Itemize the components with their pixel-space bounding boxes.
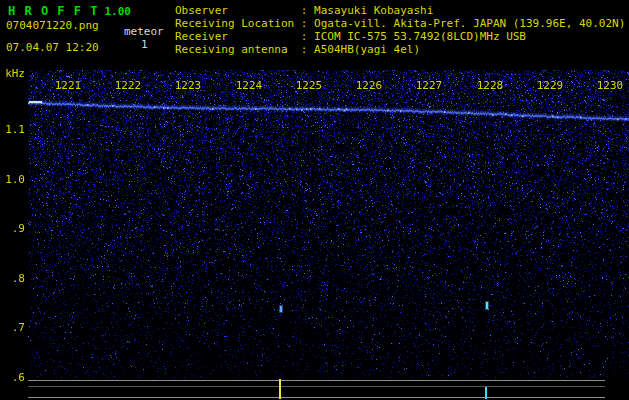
mode-label: meteor — [124, 26, 164, 38]
freq-tick: .7 — [0, 321, 26, 334]
info-row-observer: Observer : Masayuki Kobayashi — [175, 4, 625, 17]
freq-unit-label: kHz — [0, 67, 26, 80]
level-spike — [279, 379, 281, 399]
info-row-receiver: Receiver : ICOM IC-575 53.7492(8LCD)MHz … — [175, 30, 625, 43]
level-strip — [0, 378, 629, 400]
freq-axis: kHz 1.1 1.0 .9 .8 .7 .6 — [0, 0, 27, 400]
freq-tick: .9 — [0, 222, 26, 235]
info-row-antenna: Receiving antenna : A504HB(yagi 4el) — [175, 43, 625, 56]
freq-tick: .8 — [0, 272, 26, 285]
title-bar: H R O F F T1.00 — [8, 4, 131, 18]
hrofft-screen: H R O F F T1.00 0704071220.png meteor 1 … — [0, 0, 629, 400]
capture-datetime: 07.04.07 12:20 — [6, 42, 99, 54]
level-spike — [485, 387, 487, 399]
level-line-base — [28, 397, 605, 398]
app-version: 1.00 — [104, 5, 131, 18]
info-row-location: Receiving Location : Ogata-vill. Akita-P… — [175, 17, 625, 30]
filename-label: 0704071220.png — [6, 20, 99, 32]
freq-tick: 1.1 — [0, 123, 26, 136]
spectrogram-canvas — [28, 70, 629, 378]
level-line-upper — [28, 380, 605, 381]
level-line-mid — [28, 386, 605, 387]
info-block: Observer : Masayuki Kobayashi Receiving … — [175, 4, 625, 56]
meteor-count: 1 — [141, 39, 148, 51]
app-title: H R O F F T — [8, 4, 98, 18]
freq-tick: 1.0 — [0, 173, 26, 186]
